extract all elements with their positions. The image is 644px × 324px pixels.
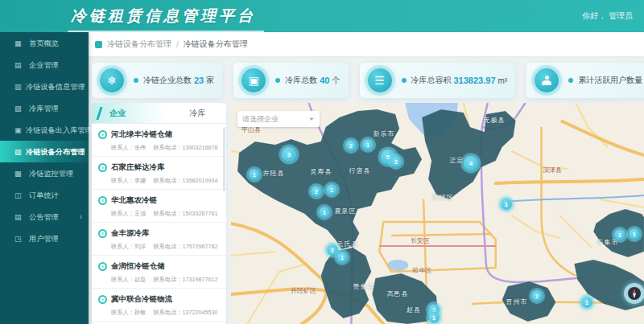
bullet-dot-icon bbox=[134, 78, 138, 83]
building-icon: ▤ bbox=[14, 61, 25, 69]
stat-card: ▣ 冷库总数 40 个 bbox=[233, 63, 348, 98]
user-greeting: 你好， bbox=[582, 10, 606, 22]
sidebar-item-企业管理[interactable]: ▤ 企业管理 bbox=[0, 54, 89, 76]
map-cluster-marker[interactable]: 1 bbox=[249, 169, 260, 180]
tab-company[interactable]: 企业 bbox=[92, 103, 169, 123]
map-cluster-marker[interactable]: 3 bbox=[282, 147, 297, 162]
app-header: 冷链租赁信息管理平台 你好， 管理员 bbox=[0, 0, 644, 32]
user-info[interactable]: 你好， 管理员 bbox=[582, 0, 633, 32]
warehouse-icon: ▧ bbox=[14, 105, 25, 113]
company-name: 冀中联合冷链物流 bbox=[111, 293, 172, 304]
company-list-item[interactable]: 华北惠农冷链 联系人：王强 联系电话：15033287761 bbox=[92, 190, 226, 223]
stat-card: 累计活跃用户数量 3 个 bbox=[526, 63, 644, 98]
panel-tabs: 企业 冷库 bbox=[92, 103, 226, 124]
map-icon: ▨ bbox=[14, 148, 22, 156]
company-list-item[interactable]: 河北绿丰冷链仓储 联系人：张伟 联系电话：13903216678 bbox=[92, 124, 226, 157]
inout-icon: ▣ bbox=[14, 126, 22, 134]
company-list[interactable]: 河北绿丰冷链仓储 联系人：张伟 联系电话：13903216678 石家庄鲜达冷库… bbox=[92, 124, 226, 324]
map-cluster-marker[interactable]: 1 bbox=[501, 199, 512, 210]
bullet-dot-icon bbox=[275, 78, 280, 83]
map-cluster-marker[interactable]: 1 bbox=[362, 139, 374, 150]
stat-card-value: 40 bbox=[320, 76, 329, 85]
stat-card-unit: 个 bbox=[332, 75, 341, 86]
district-label: 赞皇县 bbox=[353, 282, 375, 291]
map-cluster-marker[interactable]: 1 bbox=[629, 228, 640, 240]
company-meta: 联系人：孙敏 联系电话：13722045530 bbox=[111, 309, 209, 317]
map-cluster-marker[interactable]: 2 bbox=[614, 229, 625, 240]
map-search-select[interactable]: 请选择企业 ▼ bbox=[237, 111, 320, 127]
company-meta: 联系人：赵磊 联系电话：17319877612 bbox=[111, 276, 209, 284]
sidebar-nav: ▦ 首页概览 ▤ 企业管理 ▥ 冷链设备信息管理 ▧ 冷库管理 ▣ 冷链设备出入… bbox=[0, 32, 89, 324]
sidebar-item-label: 企业管理 bbox=[29, 59, 59, 70]
company-marker-icon bbox=[98, 196, 107, 205]
map-cluster-marker[interactable]: 2 bbox=[531, 290, 543, 301]
company-marker-icon bbox=[98, 229, 107, 238]
district-label: 藁城区 bbox=[432, 193, 454, 202]
map-cluster-marker[interactable]: 1 bbox=[428, 312, 440, 323]
tab-company-label: 企业 bbox=[109, 108, 126, 119]
warehouse-icon: ▣ bbox=[242, 68, 266, 92]
district-label: 新乐市 bbox=[374, 129, 395, 138]
district-label: 晋州市 bbox=[506, 297, 528, 306]
map-cluster-marker[interactable]: 1 bbox=[319, 207, 330, 218]
company-list-item[interactable]: 金丰源冷库 联系人：刘洋 联系电话：17572987782 bbox=[92, 223, 226, 256]
breadcrumb-root[interactable]: 冷链设备分布管理 bbox=[107, 39, 171, 50]
sidebar-item-label: 冷库管理 bbox=[29, 103, 59, 113]
sidebar-item-用户管理[interactable]: ◳ 用户管理 bbox=[0, 228, 89, 249]
stat-card-value: 313823.97 bbox=[454, 76, 496, 85]
chevron-down-icon: ▼ bbox=[308, 117, 315, 121]
stat-card-unit: m³ bbox=[498, 76, 508, 85]
sidebar-item-冷链设备信息管理[interactable]: ▥ 冷链设备信息管理 bbox=[0, 76, 89, 97]
company-marker-icon bbox=[98, 295, 107, 304]
sidebar-item-公告管理[interactable]: ▤ 公告管理 › bbox=[0, 206, 89, 228]
compass-needle-icon bbox=[628, 287, 641, 300]
sidebar-item-冷库管理[interactable]: ▧ 冷库管理 bbox=[0, 97, 89, 119]
stat-card-label: 冷库总容积 bbox=[411, 75, 452, 86]
company-list-item[interactable]: 石家庄鲜达冷库 联系人：李娜 联系电话：13582019934 bbox=[92, 157, 226, 190]
map-cluster-marker[interactable]: 1 bbox=[581, 297, 592, 308]
company-meta: 联系人：张伟 联系电话：13903216678 bbox=[111, 144, 209, 152]
map-cluster-marker[interactable]: 4 bbox=[464, 156, 479, 171]
company-list-item[interactable]: 金润恒冷链仓储 联系人：赵磊 联系电话：17319877612 bbox=[92, 256, 226, 289]
sidebar-item-首页概览[interactable]: ▦ 首页概览 bbox=[0, 32, 89, 54]
company-name: 金润恒冷链仓储 bbox=[111, 260, 165, 271]
district-label: 井陉县 bbox=[263, 169, 285, 178]
main-content: 冷链设备分布管理 / 冷链设备分布管理 ❄ 冷链企业总数 23 家 ▣ 冷库总数… bbox=[89, 32, 644, 324]
scrollbar[interactable] bbox=[223, 127, 225, 191]
district-label: 赵县 bbox=[407, 306, 421, 314]
sidebar-item-冷链设备分布管理[interactable]: ▨ 冷链设备分布管理 bbox=[0, 141, 89, 162]
company-meta: 联系人：李娜 联系电话：13582019934 bbox=[111, 177, 209, 185]
sidebar-item-冷链设备出入库管理[interactable]: ▣ 冷链设备出入库管理 bbox=[0, 119, 89, 141]
basemap-city-label: 裕华区 bbox=[412, 266, 431, 275]
company-list-item[interactable]: 冀中联合冷链物流 联系人：孙敏 联系电话：13722045530 bbox=[92, 289, 226, 322]
sidebar-item-订单统计[interactable]: ◫ 订单统计 bbox=[0, 184, 89, 206]
snowflake-icon: ❄ bbox=[100, 68, 124, 92]
map-cluster-marker[interactable]: 2 bbox=[390, 156, 402, 167]
district-label: 灵寿县 bbox=[311, 167, 332, 176]
company-marker-icon bbox=[98, 130, 107, 139]
sidebar-item-冷链监控管理[interactable]: ▩ 冷链监控管理 bbox=[0, 162, 89, 184]
company-name: 华北惠农冷链 bbox=[111, 195, 157, 205]
company-meta: 联系人：刘洋 联系电话：17572987782 bbox=[111, 243, 209, 251]
bullet-dot-icon bbox=[402, 78, 407, 83]
sidebar-item-label: 冷链监控管理 bbox=[29, 168, 73, 178]
notice-icon: ▤ bbox=[14, 213, 25, 221]
basemap-city-label: 井陉矿区 bbox=[291, 286, 316, 295]
map-cluster-marker[interactable]: 2 bbox=[311, 186, 322, 197]
bullet-dot-icon bbox=[568, 78, 573, 83]
basemap-city-label: 深泽县 bbox=[543, 166, 562, 174]
compass-control[interactable] bbox=[624, 283, 644, 304]
breadcrumb: 冷链设备分布管理 / 冷链设备分布管理 bbox=[89, 32, 644, 56]
sidebar-item-label: 用户管理 bbox=[29, 233, 59, 244]
map-cluster-marker[interactable]: 1 bbox=[336, 252, 348, 263]
app-title: 冷链租赁信息管理平台 bbox=[71, 6, 256, 27]
breadcrumb-current: 冷链设备分布管理 bbox=[184, 39, 248, 50]
user-icon bbox=[535, 68, 559, 92]
map-cluster-marker[interactable]: 1 bbox=[326, 184, 337, 195]
tab-coldstore[interactable]: 冷库 bbox=[169, 103, 226, 123]
volume-icon: ☰ bbox=[368, 68, 392, 92]
sidebar-item-label: 公告管理 bbox=[29, 211, 59, 222]
map-container[interactable]: 请选择企业 ▼ 井陉县灵寿县行唐县新乐市无极县正定县藁城区鹿泉区元氏县赞皇县高邑… bbox=[231, 103, 644, 324]
map-cluster-marker[interactable]: 2 bbox=[345, 140, 357, 151]
stat-card-value: 23 bbox=[194, 76, 204, 85]
